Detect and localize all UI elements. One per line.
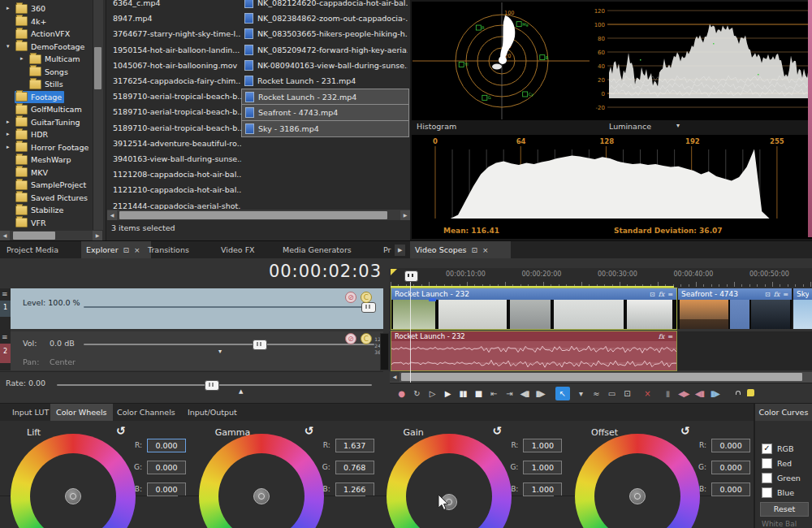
file-item[interactable]: 3912514-adventure-beautiful-ro... [106,136,241,151]
tree-item-360[interactable]: ▸360 [0,2,93,15]
tree-item-guitartuning[interactable]: ▸GuitarTuning [0,116,93,128]
video-clip-rocket[interactable]: Rocket Launch - 232 ⊡ fx ≡ [391,288,676,329]
volume-value[interactable]: 0.0 dB [50,339,75,348]
scroll-left-icon[interactable]: ◀ [390,372,400,382]
hamburger-icon[interactable]: ≡ [783,291,788,298]
tree-item-actionvfx[interactable]: ActionVFX [0,28,93,40]
channel-checkbox-red[interactable]: Red [762,457,792,469]
solo-icon[interactable]: C [361,333,372,344]
tree-item-mkv[interactable]: MKV [0,167,93,179]
file-item[interactable]: 2121444-cappadocia-aerial-shot... [106,198,241,210]
split-marker-icon[interactable]: ▮ [663,387,672,400]
file-item[interactable]: 6364_c.mp4 [106,0,241,11]
scroll-left-icon[interactable]: ◀ [0,231,10,240]
tab-media-generators[interactable]: Media Generators [278,241,356,259]
mute-icon[interactable]: ⊘ [345,333,356,344]
tree-item-sampleproject[interactable]: SampleProject [0,179,93,191]
tree-item-stills[interactable]: Stills [0,78,93,90]
close-icon[interactable]: × [482,241,489,259]
file-item[interactable]: 1121208-cappadocia-hot-air-bal... [106,167,241,182]
mute-icon[interactable]: ⊘ [345,292,356,303]
fade-left-icon[interactable]: ◀▮ [694,387,704,400]
tree-item-4k-[interactable]: 4k+ [0,15,93,28]
channel-checkbox-rgb[interactable]: ✓RGB [762,443,793,454]
float-window-icon[interactable]: ⊡ [472,241,478,259]
color-wheel-handle[interactable] [629,488,646,504]
file-item[interactable]: 5189710-aerial-tropical-beach-b... [106,89,241,104]
tab-video-fx[interactable]: Video FX [216,241,260,259]
scroll-right-icon[interactable]: ▶ [400,210,410,220]
record-icon[interactable]: ● [396,387,406,400]
tree-item-meshwarp[interactable]: MeshWarp [0,154,93,166]
playhead-line[interactable] [410,280,411,383]
close-icon[interactable]: × [134,241,140,259]
file-item[interactable]: 8947.mp4 [106,11,241,26]
selection-tool-icon[interactable]: ▭ [607,387,616,400]
audio-track-number[interactable]: 2 [0,344,11,363]
pan-value[interactable]: Center [50,357,76,366]
tree-item-stabilize[interactable]: Stabilize [0,204,93,216]
playhead-head[interactable] [404,270,418,282]
event-fx-icon[interactable]: fx [659,333,664,340]
tree-item-saved-pictures[interactable]: Saved Pictures [0,192,93,204]
rate-slider-handle[interactable] [205,380,219,391]
curves-reset-button[interactable]: Reset [760,502,809,517]
color-wheel-handle[interactable] [65,488,81,504]
file-item-selected[interactable]: Rocket Launch - 232.mp4 [241,89,409,106]
file-item[interactable]: NK_083503665-hikers-people-hiking-h... [241,26,408,41]
file-list-horizontal-scrollbar[interactable]: ◀ ▶ [107,210,410,220]
audio-track-header[interactable]: Vol: 0.0 dB ▾ Pan: Center ⊘ C 122436 [11,331,383,370]
stop-icon[interactable]: ■ [473,387,483,400]
video-track-header[interactable]: Level: 100.0 % ⊘ C [11,288,383,329]
timeline-hscroll-thumb[interactable] [401,373,802,381]
collapse-icon[interactable]: ▾ [6,42,10,51]
tree-horizontal-scrollbar[interactable]: ◀ ▶ [0,231,102,240]
pan-crop-icon[interactable]: ⊡ [765,291,771,298]
channel-checkbox-green[interactable]: Green [762,472,801,483]
timeline-horizontal-scrollbar[interactable]: ◀ [390,372,812,383]
checkbox-icon[interactable] [762,473,772,483]
color-wheel-ring[interactable] [11,434,136,528]
file-item[interactable]: Rocket Launch - 231.mp4 [241,73,408,89]
go-to-end-icon[interactable]: ⇥ [504,387,514,400]
hamburger-icon[interactable]: ≡ [2,333,8,341]
prev-frame-icon[interactable]: ◀▮ [520,387,529,400]
reset-icon[interactable]: ↺ [680,424,690,437]
file-item[interactable]: 3940163-view-ball-during-sunse... [106,151,241,167]
file-item[interactable]: 3176254-cappadocia-fairy-chim... [106,73,241,89]
tree-item-footage[interactable]: Footage [0,91,93,103]
file-item[interactable]: NK_085209472-forward-high-key-aeria... [241,42,408,58]
hamburger-icon[interactable]: ≡ [667,291,673,298]
reset-icon[interactable]: ↺ [116,424,126,437]
next-frame-icon[interactable]: ▮▶ [535,387,545,400]
checkbox-icon[interactable] [762,458,772,469]
channel-checkbox-blue[interactable]: Blue [762,487,794,498]
timeline-marker[interactable] [391,269,397,275]
chevron-down-icon[interactable]: ▾ [676,122,680,129]
tree-item-demofootage[interactable]: ▾DemoFootage [0,41,93,53]
color-wheel-ring[interactable] [387,434,512,528]
hamburger-icon[interactable]: ≡ [2,290,8,298]
tree-vertical-scrollbar[interactable] [93,0,103,230]
video-clip-seafront[interactable]: Seafront - 4743 ⊡ fx ≡ [678,288,792,329]
audio-clip-rocket[interactable]: Rocket Launch - 232 fx ≡ [391,331,676,370]
expand-icon[interactable]: ▸ [6,143,10,152]
tree-item-horror-footage[interactable]: ▸Horror Footage [0,141,93,154]
tab-project-media[interactable]: Project Media [2,241,63,259]
marker[interactable] [745,387,755,400]
file-item[interactable]: NK-080940163-view-ball-during-sunse... [241,58,408,73]
envelope-tool-icon[interactable]: ≈ [591,387,601,400]
hamburger-icon[interactable]: ≡ [667,333,673,340]
loop-region-bar[interactable] [391,286,674,288]
checkbox-icon[interactable]: ✓ [762,444,772,454]
normal-edit-tool-icon[interactable]: ↖ [555,387,570,400]
expand-icon[interactable]: ▸ [6,4,10,13]
tab-truncated[interactable]: Pr [378,241,395,259]
reset-icon[interactable]: ↺ [492,424,502,437]
loop-playback-icon[interactable]: ↻ [412,387,421,400]
tab-transitions[interactable]: Transitions [143,241,194,259]
value-field-r[interactable]: 0.000 [711,439,750,452]
event-fx-icon[interactable]: fx [774,291,780,298]
color-wheel-ring[interactable] [199,434,324,528]
tree-item-golfmulticam[interactable]: GolfMulticam [0,103,93,115]
